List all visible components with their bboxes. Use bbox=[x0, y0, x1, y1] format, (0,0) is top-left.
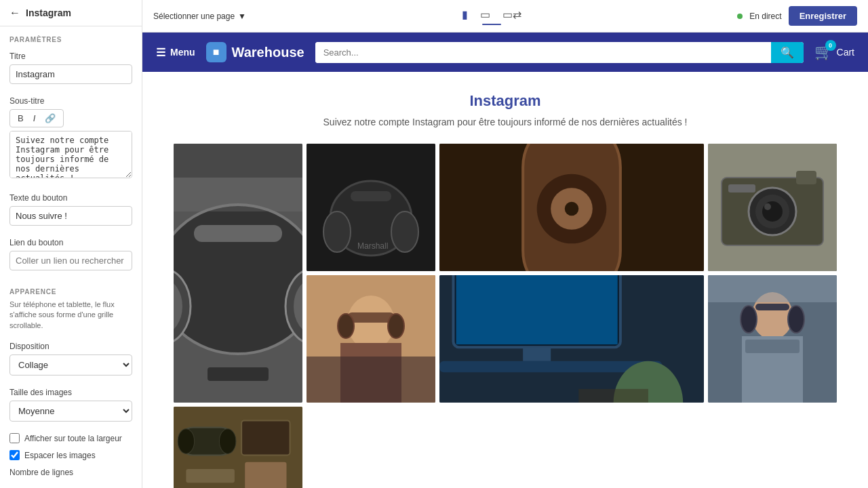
nombre-lignes-label: Nombre de lignes bbox=[9, 468, 132, 477]
svg-point-35 bbox=[388, 314, 404, 338]
svg-rect-39 bbox=[456, 275, 618, 344]
svg-point-2 bbox=[323, 211, 351, 252]
disposition-select[interactable]: Collage Grille Liste bbox=[9, 354, 132, 375]
afficher-largeur-row: Afficher sur toute la largeur bbox=[0, 430, 142, 447]
image-5-svg bbox=[307, 275, 435, 403]
image-2-svg bbox=[439, 144, 704, 271]
image-8-svg bbox=[174, 407, 302, 488]
apparence-section-label: APPARENCE bbox=[0, 279, 142, 300]
tablet-device-btn[interactable]: ▭ bbox=[477, 7, 493, 22]
cart[interactable]: 🛒 0 Cart bbox=[814, 43, 854, 61]
image-cell-8 bbox=[174, 407, 302, 488]
cart-icon: 🛒 0 bbox=[814, 43, 833, 61]
page-select-chevron: ▼ bbox=[238, 12, 246, 21]
image-cell-7 bbox=[708, 275, 837, 403]
lien-bouton-label: Lien du bouton bbox=[9, 238, 132, 247]
image-4-svg bbox=[708, 144, 837, 271]
svg-point-55 bbox=[178, 429, 195, 454]
svg-rect-33 bbox=[347, 312, 395, 323]
image-cell-3 bbox=[174, 144, 302, 403]
svg-point-3 bbox=[391, 211, 418, 252]
image-6-svg bbox=[439, 275, 704, 403]
afficher-largeur-checkbox[interactable] bbox=[9, 433, 20, 443]
device-underline bbox=[482, 24, 501, 25]
sous-titre-field: Sous-titre B I 🔗 Suivez notre compte Ins… bbox=[0, 92, 142, 189]
texte-bouton-label: Texte du bouton bbox=[9, 193, 132, 203]
menu-button[interactable]: ☰ Menu bbox=[156, 46, 195, 59]
status-text: En direct bbox=[749, 12, 781, 21]
taille-images-select[interactable]: Petite Moyenne Grande bbox=[9, 401, 132, 422]
image-cell-5 bbox=[307, 275, 435, 403]
lien-bouton-input[interactable] bbox=[9, 251, 132, 270]
svg-rect-40 bbox=[523, 347, 551, 361]
svg-rect-21 bbox=[208, 367, 269, 381]
search-bar: 🔍 bbox=[315, 42, 804, 63]
disposition-label: Disposition bbox=[9, 342, 132, 351]
svg-rect-59 bbox=[186, 469, 234, 483]
bold-btn[interactable]: B bbox=[14, 112, 28, 125]
svg-rect-20 bbox=[174, 144, 302, 178]
link-btn[interactable]: 🔗 bbox=[41, 112, 60, 125]
image-cell-2 bbox=[439, 144, 704, 271]
svg-rect-58 bbox=[245, 462, 286, 488]
sous-titre-textarea[interactable]: Suivez notre compte Instagram pour être … bbox=[9, 131, 132, 178]
section-title: Instagram bbox=[469, 92, 540, 110]
logo-icon: ■ bbox=[206, 42, 226, 62]
texte-bouton-input[interactable] bbox=[9, 206, 132, 226]
espacer-row: Espacer les images bbox=[0, 447, 142, 464]
apparence-note: Sur téléphone et tablette, le flux s'aff… bbox=[0, 300, 142, 338]
save-button[interactable]: Enregistrer bbox=[789, 6, 857, 26]
titre-label: Titre bbox=[9, 52, 132, 61]
cart-badge: 0 bbox=[825, 40, 836, 51]
svg-rect-28 bbox=[796, 171, 816, 184]
titre-field: Titre bbox=[0, 47, 142, 92]
image-1-svg: Marshall bbox=[307, 144, 435, 271]
lien-bouton-field: Lien du bouton bbox=[0, 234, 142, 279]
main-area: Sélectionner une page ▼ ▮ ▭ ▭⇄ En direct… bbox=[142, 0, 868, 488]
image-cell-6 bbox=[439, 275, 704, 403]
desktop-device-btn[interactable]: ▭⇄ bbox=[500, 7, 524, 22]
espacer-label: Espacer les images bbox=[24, 451, 96, 460]
search-button[interactable]: 🔍 bbox=[771, 42, 804, 63]
sidebar-title: Instagram bbox=[26, 7, 71, 18]
page-select-label: Sélectionner une page bbox=[153, 12, 235, 21]
menu-label: Menu bbox=[170, 47, 195, 58]
topbar-left: Sélectionner une page ▼ bbox=[153, 12, 246, 21]
taille-images-field: Taille des images Petite Moyenne Grande bbox=[0, 384, 142, 430]
page-select[interactable]: Sélectionner une page ▼ bbox=[153, 12, 246, 21]
svg-point-10 bbox=[565, 202, 579, 216]
store-logo: ■ Warehouse bbox=[206, 42, 304, 62]
titre-input[interactable] bbox=[9, 64, 132, 84]
search-input[interactable] bbox=[315, 42, 771, 63]
topbar-center: ▮ ▭ ▭⇄ bbox=[459, 7, 524, 25]
espacer-checkbox[interactable] bbox=[9, 450, 20, 460]
image-grid: Marshall bbox=[174, 144, 837, 488]
svg-rect-51 bbox=[755, 304, 789, 310]
sidebar-back[interactable]: ← Instagram bbox=[0, 0, 142, 26]
page-inner: Instagram Suivez notre compte Instagram … bbox=[146, 72, 865, 488]
svg-point-49 bbox=[741, 306, 757, 333]
image-3-svg bbox=[174, 144, 302, 403]
svg-point-27 bbox=[764, 203, 771, 210]
svg-rect-48 bbox=[745, 340, 800, 353]
svg-rect-36 bbox=[307, 357, 435, 403]
italic-btn[interactable]: I bbox=[29, 112, 40, 125]
back-icon[interactable]: ← bbox=[9, 7, 20, 19]
mobile-device-btn[interactable]: ▮ bbox=[459, 7, 471, 22]
hamburger-icon: ☰ bbox=[156, 46, 165, 59]
svg-rect-4 bbox=[351, 191, 391, 201]
svg-point-56 bbox=[219, 429, 236, 454]
afficher-largeur-label: Afficher sur toute la largeur bbox=[24, 434, 122, 443]
texte-bouton-field: Texte du bouton bbox=[0, 189, 142, 234]
cart-label: Cart bbox=[837, 47, 854, 58]
svg-rect-57 bbox=[241, 420, 290, 455]
svg-rect-29 bbox=[728, 184, 755, 192]
svg-rect-43 bbox=[578, 389, 648, 403]
sidebar: ← Instagram PARAMÈTRES Titre Sous-titre … bbox=[0, 0, 142, 488]
image-cell-1: Marshall bbox=[307, 144, 435, 271]
svg-rect-16 bbox=[194, 225, 282, 242]
section-subtitle: Suivez notre compte Instagram pour être … bbox=[323, 117, 688, 127]
sous-titre-label: Sous-titre bbox=[9, 96, 132, 106]
store-header: ☰ Menu ■ Warehouse 🔍 🛒 0 Cart bbox=[142, 33, 868, 72]
disposition-field: Disposition Collage Grille Liste bbox=[0, 338, 142, 384]
